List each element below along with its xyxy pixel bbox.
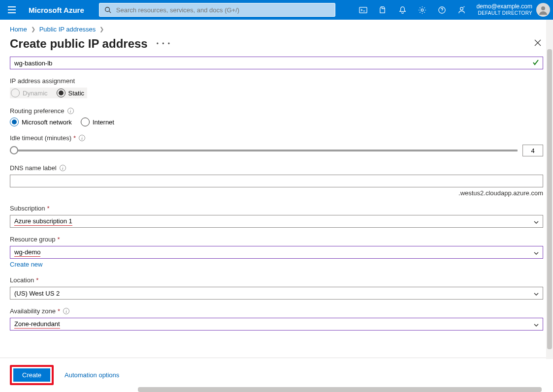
directories-icon[interactable]: [373, 0, 392, 20]
user-email: demo@example.com: [476, 3, 532, 10]
chevron-down-icon: [533, 290, 539, 299]
form-body: IP address assignment Dynamic Static Rou…: [0, 57, 553, 356]
idle-timeout-label: Idle timeout (minutes)* i: [10, 134, 543, 142]
svg-rect-0: [8, 6, 16, 7]
breadcrumb-home[interactable]: Home: [10, 26, 27, 33]
topbar-icons: [353, 0, 471, 20]
subscription-field: Subscription* Azure subscription 1: [10, 205, 543, 228]
settings-icon[interactable]: [412, 0, 432, 20]
ip-assignment-static[interactable]: Static: [57, 89, 85, 97]
notifications-icon[interactable]: [392, 0, 412, 20]
top-bar: Microsoft Azure demo@example.com DEFAULT: [0, 0, 553, 20]
info-icon[interactable]: i: [63, 308, 69, 314]
location-label: Location*: [10, 276, 543, 284]
chevron-down-icon: [533, 321, 539, 330]
resource-group-field: Resource group* wg-demo Create new: [10, 236, 543, 269]
brand-label[interactable]: Microsoft Azure: [24, 6, 94, 14]
radio-icon: [10, 118, 19, 126]
create-new-link[interactable]: Create new: [10, 261, 42, 268]
svg-point-6: [421, 9, 423, 11]
idle-timeout-input[interactable]: [522, 145, 543, 156]
routing-options: Microsoft network Internet: [10, 118, 543, 126]
title-row: Create public IP address • • •: [0, 33, 553, 57]
svg-rect-2: [8, 12, 16, 13]
radio-icon: [57, 89, 65, 97]
location-select[interactable]: (US) West US 2: [10, 287, 543, 300]
vertical-scrollbar-thumb[interactable]: [547, 49, 552, 349]
svg-rect-1: [8, 9, 16, 10]
create-highlight: Create: [10, 365, 54, 385]
search-icon: [99, 6, 116, 13]
svg-point-9: [541, 6, 545, 10]
availability-zone-select[interactable]: Zone-redundant: [10, 318, 543, 331]
vertical-scrollbar-track[interactable]: [546, 20, 553, 359]
routing-field: Routing preference i Microsoft network I…: [10, 107, 543, 126]
cloud-shell-icon[interactable]: [353, 0, 373, 20]
availability-zone-label: Availability zone* i: [10, 307, 543, 315]
subscription-label: Subscription*: [10, 205, 543, 212]
name-field: [10, 57, 543, 69]
breadcrumb: Home ❯ Public IP addresses ❯: [0, 20, 553, 33]
global-search[interactable]: [99, 3, 335, 17]
checkmark-icon: [532, 59, 539, 68]
automation-options-link[interactable]: Automation options: [65, 371, 119, 379]
idle-timeout-field: Idle timeout (minutes)* i: [10, 134, 543, 156]
user-text: demo@example.com DEFAULT DIRECTORY: [476, 3, 532, 17]
chevron-down-icon: [533, 249, 539, 258]
ip-assignment-label: IP address assignment: [10, 77, 543, 85]
dns-name-input[interactable]: [10, 175, 543, 187]
radio-icon: [11, 89, 20, 97]
svg-line-4: [109, 11, 111, 13]
ip-assignment-options: Dynamic Static: [10, 88, 87, 98]
create-button[interactable]: Create: [13, 368, 50, 382]
idle-timeout-slider[interactable]: [10, 150, 518, 151]
routing-label: Routing preference i: [10, 107, 543, 115]
chevron-right-icon: ❯: [99, 26, 104, 32]
close-icon[interactable]: [532, 37, 543, 50]
resource-group-label: Resource group*: [10, 236, 543, 243]
dns-suffix: .westus2.cloudapp.azure.com: [10, 189, 543, 197]
user-account-button[interactable]: demo@example.com DEFAULT DIRECTORY: [471, 0, 553, 20]
availability-zone-field: Availability zone* i Zone-redundant: [10, 307, 543, 331]
svg-point-8: [460, 7, 463, 10]
info-icon[interactable]: i: [60, 165, 66, 171]
info-icon[interactable]: i: [67, 108, 74, 114]
slider-thumb[interactable]: [10, 146, 18, 154]
svg-rect-5: [359, 7, 367, 12]
location-field: Location* (US) West US 2: [10, 276, 543, 300]
chevron-down-icon: [533, 218, 539, 227]
ip-assignment-field: IP address assignment Dynamic Static: [10, 77, 543, 99]
help-icon[interactable]: [432, 0, 452, 20]
search-input[interactable]: [116, 6, 335, 14]
avatar-icon: [536, 3, 550, 17]
feedback-icon[interactable]: [452, 0, 471, 20]
page-title: Create public IP address: [10, 37, 148, 51]
user-directory: DEFAULT DIRECTORY: [476, 10, 532, 17]
routing-microsoft[interactable]: Microsoft network: [10, 118, 72, 126]
name-input[interactable]: [10, 57, 543, 69]
breadcrumb-parent[interactable]: Public IP addresses: [39, 26, 96, 33]
radio-icon: [81, 118, 90, 126]
horizontal-scrollbar-thumb[interactable]: [138, 387, 542, 392]
subscription-select[interactable]: Azure subscription 1: [10, 215, 543, 228]
info-icon[interactable]: i: [79, 135, 85, 141]
ip-assignment-dynamic: Dynamic: [11, 89, 48, 97]
resource-group-select[interactable]: wg-demo: [10, 246, 543, 259]
dns-name-field: DNS name label i .westus2.cloudapp.azure…: [10, 164, 543, 197]
svg-point-3: [105, 7, 110, 12]
hamburger-menu[interactable]: [0, 0, 24, 20]
chevron-right-icon: ❯: [31, 26, 35, 32]
routing-internet[interactable]: Internet: [81, 118, 114, 126]
more-actions-icon[interactable]: • • •: [157, 40, 171, 47]
dns-name-label: DNS name label i: [10, 164, 543, 172]
